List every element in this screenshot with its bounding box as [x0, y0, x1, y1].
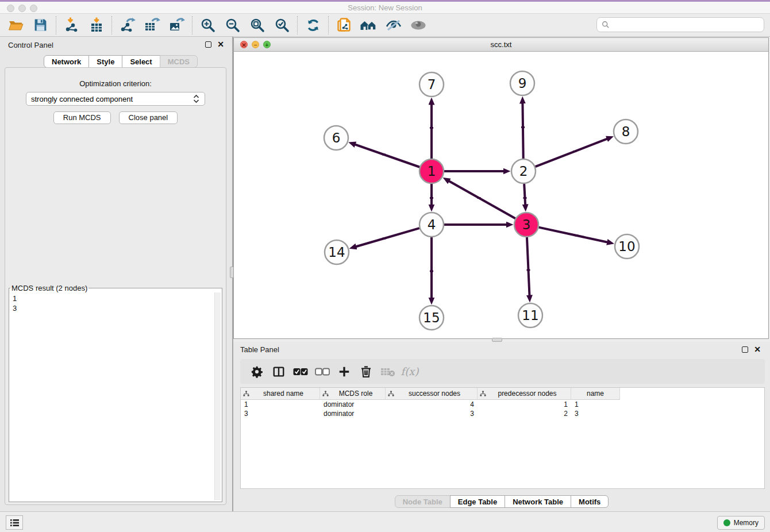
graph-node-8[interactable]: 8 [614, 119, 638, 144]
hide-selected-icon[interactable] [381, 15, 406, 36]
graph-edge-1-6[interactable] [355, 144, 419, 167]
column-header-MCDS-role[interactable]: MCDS role [320, 388, 386, 400]
zoom-fit-icon[interactable] [245, 15, 270, 36]
toolbar-separator [111, 16, 112, 34]
tab-motifs[interactable]: Motifs [571, 495, 609, 508]
float-panel-icon[interactable] [205, 41, 211, 48]
graph-edge-3-10[interactable] [538, 228, 607, 242]
zoom-selected-icon[interactable] [270, 15, 294, 36]
tab-network-table[interactable]: Network Table [505, 495, 571, 508]
memory-button[interactable]: Memory [717, 516, 765, 530]
edge-midpoint-handle [430, 197, 433, 199]
zoom-in-icon[interactable] [195, 15, 220, 36]
graph-node-15[interactable]: 15 [419, 306, 444, 330]
control-panel: Control Panel ✕ NetworkStyleSelectMCDS O… [0, 37, 232, 511]
graph-edge-4-14[interactable] [356, 228, 419, 246]
tab-edge-table[interactable]: Edge Table [450, 495, 505, 508]
status-bar: Memory [0, 511, 770, 532]
network-title: scc.txt [234, 40, 768, 49]
home-networks-icon[interactable] [356, 15, 381, 36]
column-header-shared-name[interactable]: shared name [241, 388, 320, 400]
network-graph[interactable]: 1234678910111415 [234, 52, 768, 338]
table-row[interactable]: 1dominator411 [241, 400, 764, 409]
graph-node-2[interactable]: 2 [511, 159, 536, 183]
column-header-name[interactable]: name [571, 388, 620, 400]
show-columns-icon[interactable] [268, 361, 290, 382]
search-input[interactable] [613, 21, 759, 29]
svg-text:6: 6 [332, 130, 341, 145]
optimization-criterion-select[interactable]: strongly connected component [26, 92, 205, 106]
open-file-icon[interactable] [3, 15, 28, 36]
tab-mcds[interactable]: MCDS [160, 55, 198, 68]
deselect-all-icon[interactable] [311, 361, 333, 382]
graph-node-3[interactable]: 3 [514, 213, 538, 237]
node-table: shared nameMCDS rolesuccessor nodesprede… [240, 387, 765, 489]
edge-midpoint-handle [575, 235, 579, 237]
column-hierarchy-icon [388, 391, 394, 397]
cell: 1 [571, 400, 620, 409]
edge-midpoint-handle [478, 197, 481, 199]
svg-text:3: 3 [522, 217, 531, 232]
graph-edge-2-3[interactable] [524, 184, 525, 205]
column-header-predecessor-nodes[interactable]: predecessor nodes [478, 388, 571, 400]
import-table-icon[interactable] [84, 15, 109, 36]
delete-column-icon[interactable] [355, 361, 377, 382]
graph-node-10[interactable]: 10 [615, 234, 639, 259]
tab-style[interactable]: Style [88, 55, 122, 68]
graph-node-14[interactable]: 14 [325, 240, 349, 264]
network-bottom-handle[interactable] [492, 338, 502, 342]
graph-edge-3-1[interactable] [449, 181, 515, 219]
save-session-icon[interactable] [28, 15, 53, 36]
table-row[interactable]: 3dominator323 [241, 409, 764, 418]
table-float-icon[interactable] [742, 346, 748, 353]
edge-midpoint-handle [382, 154, 386, 156]
show-all-icon[interactable] [406, 15, 430, 36]
graph-node-4[interactable]: 4 [419, 213, 444, 237]
search-box[interactable] [596, 17, 764, 32]
export-network-icon[interactable] [115, 15, 140, 36]
close-panel-icon[interactable]: ✕ [217, 40, 224, 49]
close-panel-button[interactable]: Close panel [119, 111, 178, 124]
graph-edge-3-11[interactable] [527, 237, 530, 296]
task-history-button[interactable] [6, 515, 23, 530]
run-mcds-button[interactable]: Run MCDS [53, 111, 111, 124]
graph-node-1[interactable]: 1 [419, 159, 444, 183]
graph-node-11[interactable]: 11 [518, 303, 542, 327]
svg-text:9: 9 [518, 76, 527, 91]
graph-node-6[interactable]: 6 [324, 126, 348, 150]
network-canvas[interactable]: 1234678910111415 [234, 52, 768, 338]
result-scrollbar[interactable] [214, 292, 221, 500]
edge-midpoint-handle [476, 171, 479, 172]
select-all-icon[interactable] [290, 361, 311, 382]
import-network-icon[interactable] [59, 15, 84, 36]
add-column-icon[interactable] [333, 361, 355, 382]
cell: dominator [320, 400, 386, 409]
graph-node-9[interactable]: 9 [510, 71, 534, 95]
export-table-icon[interactable] [140, 15, 164, 36]
optimization-criterion-label: Optimization criterion: [5, 79, 226, 88]
tab-select[interactable]: Select [122, 55, 160, 68]
duplicate-network-icon[interactable] [332, 15, 356, 36]
table-settings-icon[interactable] [246, 361, 268, 382]
graph-edge-2-8[interactable] [536, 138, 608, 167]
column-header-successor-nodes[interactable]: successor nodes [386, 388, 478, 400]
refresh-icon[interactable] [301, 15, 325, 36]
memory-label: Memory [734, 519, 759, 527]
graph-edge-2-9[interactable] [522, 103, 523, 159]
column-hierarchy-icon [243, 391, 249, 397]
table-panel-title: Table Panel [240, 345, 279, 354]
tab-node-table[interactable]: Node Table [395, 495, 451, 508]
mcds-result-list[interactable]: 1 3 [10, 292, 214, 500]
column-hierarchy-icon [322, 391, 329, 397]
edge-midpoint-handle [521, 126, 525, 128]
export-image-icon[interactable] [164, 15, 189, 36]
graph-node-7[interactable]: 7 [419, 72, 444, 97]
table-close-icon[interactable]: ✕ [754, 345, 761, 354]
edge-midpoint-handle [573, 151, 576, 152]
tab-network[interactable]: Network [44, 55, 89, 68]
svg-text:7: 7 [428, 77, 436, 92]
zoom-out-icon[interactable] [220, 15, 245, 36]
network-window-titlebar[interactable]: ✕ – + scc.txt [234, 38, 768, 52]
table-body: 1dominator4113dominator323 [241, 400, 764, 418]
edge-midpoint-handle [430, 271, 433, 272]
